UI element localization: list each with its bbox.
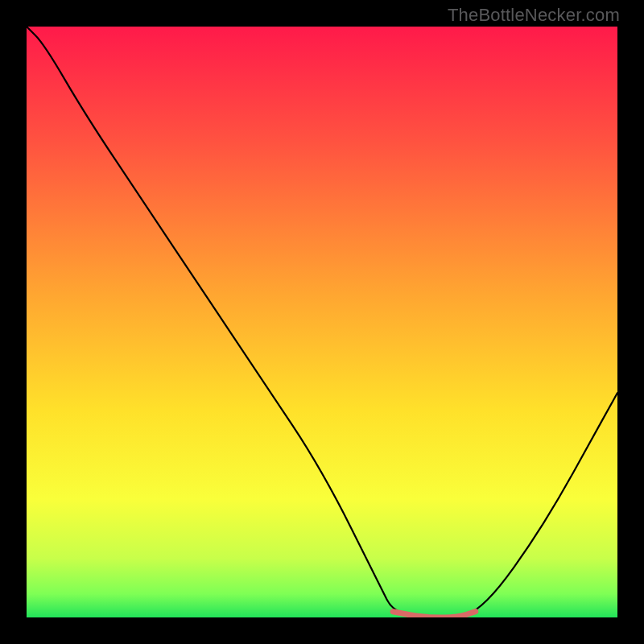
watermark-text: TheBottleNecker.com <box>448 5 620 26</box>
chart-frame: TheBottleNecker.com <box>0 0 644 644</box>
bottleneck-curve <box>27 27 617 617</box>
curve-layer <box>27 27 617 617</box>
plot-area <box>27 27 617 617</box>
optimal-range-highlight <box>393 612 476 617</box>
